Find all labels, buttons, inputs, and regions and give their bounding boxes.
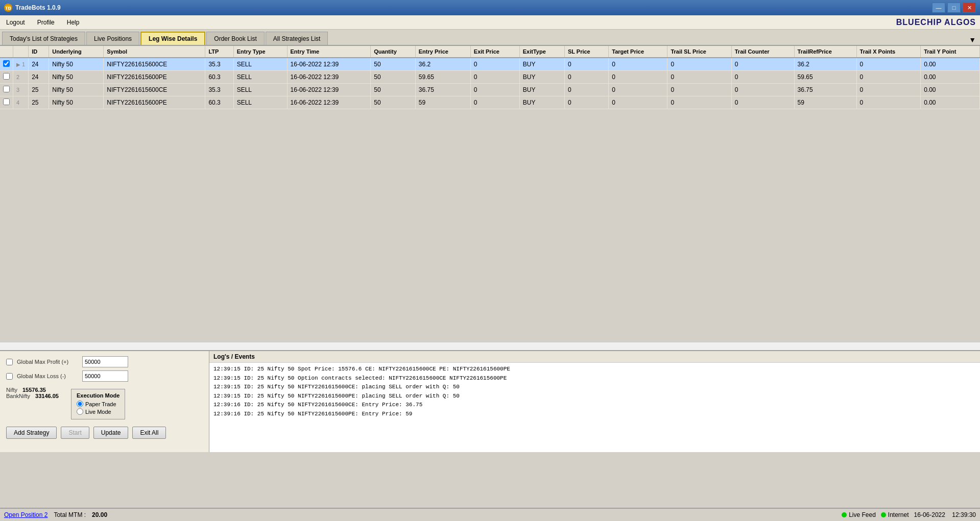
col-exit-price: Exit Price [470, 46, 519, 58]
internet-label: Internet [888, 511, 909, 518]
log-entry: 12:39:16 ID: 25 Nifty 50 NIFTY2261615600… [213, 410, 976, 419]
global-max-loss-checkbox[interactable] [6, 373, 13, 380]
content-area: ID Underlying Symbol LTP Entry Type Entr… [0, 46, 980, 508]
nifty-label: Nifty [6, 387, 17, 393]
logs-header: Log's / Events [209, 351, 980, 363]
live-mode-row: Live Mode [77, 408, 119, 415]
logs-panel: Log's / Events 12:39:15 ID: 25 Nifty 50 … [209, 351, 980, 452]
tab-live-positions[interactable]: Live Positions [86, 32, 139, 45]
start-button[interactable]: Start [61, 427, 89, 439]
log-entry: 12:39:15 ID: 25 Nifty 50 NIFTY2261615600… [213, 392, 976, 401]
banknifty-row: BankNifty 33146.05 [6, 393, 59, 399]
app-icon: TB [4, 4, 12, 12]
global-max-profit-input[interactable] [82, 356, 128, 367]
col-ltp: LTP [205, 46, 233, 58]
close-button[interactable]: ✕ [963, 3, 976, 13]
tab-all-strategies-list[interactable]: All Strategies List [266, 32, 328, 45]
live-mode-radio[interactable] [77, 408, 83, 415]
left-controls: Global Max Profit (+) Global Max Loss (-… [0, 351, 209, 452]
col-symbol: Symbol [104, 46, 205, 58]
paper-trade-radio[interactable] [77, 401, 83, 407]
row-checkbox[interactable] [3, 86, 10, 92]
window-controls: — □ ✕ [932, 3, 976, 13]
internet-indicator: Internet [881, 511, 909, 518]
open-positions-link[interactable]: Open Position 2 [4, 511, 47, 518]
total-mtm-label: Total MTM : [54, 511, 86, 518]
global-max-loss-input[interactable] [82, 370, 128, 382]
live-feed-label: Live Feed [849, 511, 876, 518]
col-id: ID [29, 46, 49, 58]
col-num [13, 46, 29, 58]
horizontal-scrollbar[interactable] [0, 342, 980, 350]
banknifty-value: 33146.05 [35, 393, 59, 399]
table-body: ▶ 124Nifty 50NIFTY2261615600CE35.3SELL16… [0, 58, 980, 109]
tab-todays-list[interactable]: Today's List of Strategies [2, 32, 85, 45]
menu-bar: Logout Profile Help BLUECHIP ALGOS [0, 15, 980, 30]
paper-trade-label: Paper Trade [85, 401, 116, 407]
log-entry: 12:39:15 ID: 25 Nifty 50 Option contract… [213, 374, 976, 383]
col-trail-x-points: Trail X Points [856, 46, 921, 58]
col-sl-price: SL Price [564, 46, 608, 58]
menu-logout[interactable]: Logout [4, 18, 27, 27]
execution-mode-title: Execution Mode [77, 392, 119, 399]
col-trail-ref-price: TrailRefPrice [794, 46, 856, 58]
internet-dot [881, 512, 886, 517]
live-mode-label: Live Mode [85, 409, 111, 415]
datetime: 16-06-2022 12:39:30 [914, 511, 976, 518]
row-checkbox[interactable] [3, 73, 10, 80]
execution-mode-box: Execution Mode Paper Trade Live Mode [71, 389, 125, 419]
log-entry: 12:39:16 ID: 25 Nifty 50 NIFTY2261615600… [213, 401, 976, 410]
tab-order-book-list[interactable]: Order Book List [206, 32, 264, 45]
maximize-button[interactable]: □ [947, 3, 961, 13]
status-bar: Open Position 2 Total MTM : 20.00 Live F… [0, 508, 980, 521]
app-container: TB TradeBots 1.0.9 — □ ✕ Logout Profile … [0, 0, 980, 521]
add-strategy-button[interactable]: Add Strategy [6, 427, 57, 439]
update-button[interactable]: Update [93, 427, 129, 439]
app-title: TradeBots 1.0.9 [15, 4, 61, 11]
log-entry: 12:39:15 ID: 25 Nifty 50 Spot Price: 155… [213, 365, 976, 374]
title-bar: TB TradeBots 1.0.9 — □ ✕ [0, 0, 980, 15]
col-exit-type: ExitType [519, 46, 564, 58]
row-checkbox[interactable] [3, 60, 10, 67]
global-max-profit-row: Global Max Profit (+) [6, 356, 203, 367]
logs-content[interactable]: 12:39:15 ID: 25 Nifty 50 Spot Price: 155… [209, 363, 980, 452]
log-entry: 12:39:15 ID: 25 Nifty 50 NIFTY2261615600… [213, 383, 976, 392]
brand-name: BLUECHIP ALGOS [896, 18, 976, 27]
action-buttons: Add Strategy Start Update Exit All [6, 427, 203, 439]
nifty-value: 15576.35 [22, 387, 46, 393]
expand-icon[interactable]: ▼ [967, 35, 978, 45]
table-row[interactable]: ▶ 124Nifty 50NIFTY2261615600CE35.3SELL16… [0, 58, 980, 71]
col-trail-sl-price: Trail SL Price [667, 46, 731, 58]
market-data: Nifty 15576.35 BankNifty 33146.05 [6, 387, 59, 399]
global-max-loss-row: Global Max Loss (-) [6, 370, 203, 382]
tab-bar: Today's List of Strategies Live Position… [0, 30, 980, 46]
bottom-section: Global Max Profit (+) Global Max Loss (-… [0, 350, 980, 452]
total-mtm-value: 20.00 [92, 511, 107, 518]
paper-trade-row: Paper Trade [77, 401, 119, 407]
table-row[interactable]: 325Nifty 50NIFTY2261615600CE35.3SELL16-0… [0, 84, 980, 96]
col-trail-counter: Trail Counter [731, 46, 794, 58]
minimize-button[interactable]: — [932, 3, 945, 13]
table-row[interactable]: 224Nifty 50NIFTY2261615600PE60.3SELL16-0… [0, 71, 980, 84]
col-entry-type: Entry Type [233, 46, 287, 58]
row-checkbox[interactable] [3, 98, 10, 105]
col-entry-time: Entry Time [287, 46, 371, 58]
menu-help[interactable]: Help [65, 18, 82, 27]
menu-profile[interactable]: Profile [35, 18, 57, 27]
global-max-profit-checkbox[interactable] [6, 359, 13, 365]
table-container[interactable]: ID Underlying Symbol LTP Entry Type Entr… [0, 46, 980, 342]
table-header-row: ID Underlying Symbol LTP Entry Type Entr… [0, 46, 980, 58]
live-feed-dot [842, 512, 847, 517]
table-row[interactable]: 425Nifty 50NIFTY2261615600PE60.3SELL16-0… [0, 96, 980, 109]
col-entry-price: Entry Price [415, 46, 470, 58]
tab-bar-right: ▼ [967, 35, 980, 45]
exit-all-button[interactable]: Exit All [132, 427, 166, 439]
status-right: Live Feed Internet 16-06-2022 12:39:30 [842, 511, 976, 518]
global-max-loss-label: Global Max Loss (-) [17, 373, 78, 379]
tab-leg-wise-details[interactable]: Leg Wise Details [140, 32, 205, 45]
global-max-profit-label: Global Max Profit (+) [17, 359, 78, 365]
col-target-price: Target Price [609, 46, 667, 58]
live-feed-indicator: Live Feed [842, 511, 876, 518]
title-bar-left: TB TradeBots 1.0.9 [4, 4, 61, 12]
col-quantity: Quantity [371, 46, 416, 58]
